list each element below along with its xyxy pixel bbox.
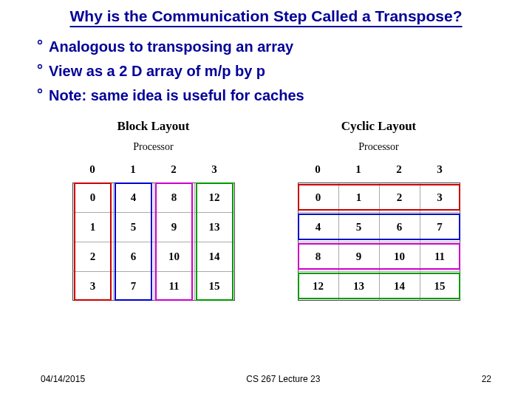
block-layout-title: Block Layout <box>72 119 235 134</box>
header-cell: 1 <box>113 156 154 183</box>
data-cell: 1 <box>72 212 113 242</box>
data-cell: 9 <box>154 212 194 242</box>
header-cell: 3 <box>420 156 460 183</box>
layouts-container: Block Layout Processor 0 1 2 3 0 4 8 12 … <box>0 119 532 301</box>
header-cell: 3 <box>194 156 235 183</box>
data-cell: 12 <box>298 271 338 301</box>
data-cell: 14 <box>194 242 235 271</box>
data-cell: 7 <box>113 271 154 301</box>
data-cell: 14 <box>379 271 420 301</box>
data-cell: 2 <box>72 242 113 271</box>
data-cell: 8 <box>298 242 338 271</box>
data-cell: 10 <box>154 242 194 271</box>
bullet-item: Note: same idea is useful for caches <box>37 87 502 104</box>
header-cell: 2 <box>154 156 194 183</box>
footer-page: 22 <box>482 374 491 384</box>
data-cell: 7 <box>420 212 460 242</box>
data-cell: 12 <box>194 183 235 212</box>
header-cell: 1 <box>338 156 379 183</box>
footer: 04/14/2015 CS 267 Lecture 23 22 <box>0 374 532 384</box>
cyclic-grid: 0 1 2 3 0 1 2 3 4 5 6 7 8 9 10 11 12 13 … <box>298 156 460 301</box>
data-cell: 4 <box>298 212 338 242</box>
data-cell: 10 <box>379 242 420 271</box>
data-cell: 11 <box>154 271 194 301</box>
header-cell: 0 <box>298 156 338 183</box>
data-cell: 5 <box>113 212 154 242</box>
header-cell: 2 <box>379 156 420 183</box>
data-cell: 13 <box>338 271 379 301</box>
slide-title: Why is the Communication Step Called a T… <box>0 0 532 28</box>
data-cell: 15 <box>420 271 460 301</box>
cyclic-layout: Cyclic Layout Processor 0 1 2 3 0 1 2 3 … <box>298 119 460 301</box>
bullet-item: View as a 2 D array of m/p by p <box>37 63 502 80</box>
data-cell: 0 <box>298 183 338 212</box>
processor-label: Processor <box>72 141 235 153</box>
data-cell: 9 <box>338 242 379 271</box>
header-cell: 0 <box>72 156 113 183</box>
data-cell: 3 <box>72 271 113 301</box>
footer-date: 04/14/2015 <box>41 374 85 384</box>
block-grid: 0 1 2 3 0 4 8 12 1 5 9 13 2 6 10 14 3 7 … <box>72 156 235 301</box>
data-cell: 6 <box>379 212 420 242</box>
data-cell: 15 <box>194 271 235 301</box>
data-cell: 13 <box>194 212 235 242</box>
footer-center: CS 267 Lecture 23 <box>246 374 320 384</box>
data-cell: 1 <box>338 183 379 212</box>
bullet-list: Analogous to transposing an array View a… <box>0 28 532 116</box>
block-layout: Block Layout Processor 0 1 2 3 0 4 8 12 … <box>72 119 235 301</box>
processor-label: Processor <box>298 141 460 153</box>
data-cell: 5 <box>338 212 379 242</box>
cyclic-layout-title: Cyclic Layout <box>298 119 460 134</box>
data-cell: 8 <box>154 183 194 212</box>
data-cell: 4 <box>113 183 154 212</box>
bullet-item: Analogous to transposing an array <box>37 38 502 55</box>
data-cell: 11 <box>420 242 460 271</box>
data-cell: 6 <box>113 242 154 271</box>
data-cell: 3 <box>420 183 460 212</box>
data-cell: 0 <box>72 183 113 212</box>
data-cell: 2 <box>379 183 420 212</box>
